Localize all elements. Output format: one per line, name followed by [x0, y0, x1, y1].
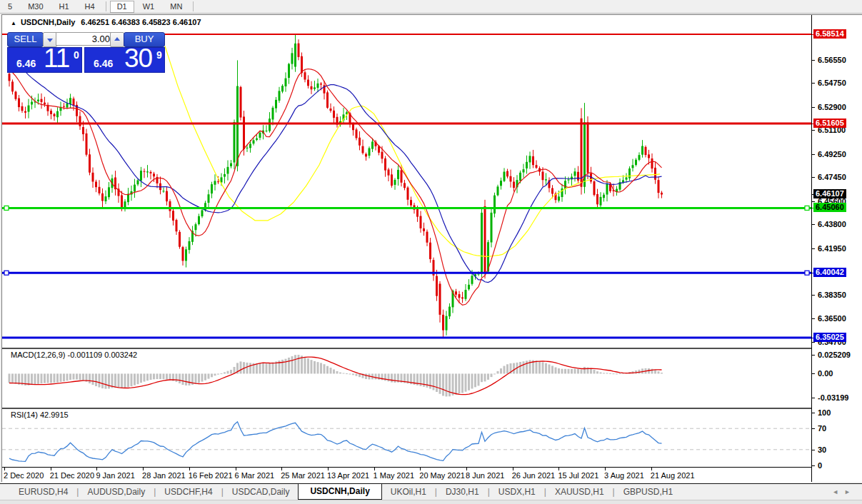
sell-button[interactable]: SELL: [7, 32, 44, 47]
chart-tab-audusd-daily[interactable]: AUDUSD,Daily: [79, 485, 154, 499]
macd-tick: [812, 373, 815, 374]
collapse-panel-icon[interactable]: ▲: [11, 20, 16, 26]
timeframe-button-d1[interactable]: D1: [110, 1, 134, 13]
price-tick-label: 6.54750: [818, 79, 846, 87]
price-tick: [812, 224, 815, 225]
date-tick: [466, 468, 467, 470]
price-tick: [812, 130, 815, 131]
tab-scroll-left-icon[interactable]: ◄: [832, 488, 844, 495]
price-tick-label: 6.36500: [818, 314, 846, 323]
date-label: 26 Jun 2021: [512, 471, 556, 480]
ask-price-point: 9: [156, 49, 162, 61]
rsi-label: RSI(14) 42.9915: [11, 410, 69, 419]
rsi-axis-label: 100: [818, 408, 831, 417]
timeframe-button-h4[interactable]: H4: [78, 1, 102, 13]
price-tick-label: 6.41950: [818, 244, 846, 253]
price-tick-label: 6.38350: [818, 291, 846, 299]
date-tick: [4, 468, 5, 470]
date-tick: [605, 468, 606, 470]
date-label: 2 Dec 2020: [4, 471, 44, 480]
macd-tick: [812, 398, 815, 398]
chart-tab-usdcad-daily[interactable]: USDCAD,Daily: [224, 485, 299, 499]
price-tick-label: 6.49250: [818, 150, 846, 158]
rsi-tick: [812, 450, 815, 450]
bid-price-box[interactable]: 6.46 11 0: [7, 47, 82, 73]
macd-label: MACD(12,26,9) -0.001109 0.003242: [11, 351, 137, 359]
macd-tick: [812, 355, 815, 356]
chart-tab-bar: EURUSD,H4|AUDUSD,Daily|USDCHF,H4|USDCAD,…: [0, 483, 862, 500]
price-tick: [812, 248, 815, 249]
timeframe-button-m30[interactable]: M30: [21, 1, 50, 13]
price-tick: [812, 295, 815, 296]
rsi-tick: [812, 465, 815, 466]
date-label: 9 Jan 2021: [96, 471, 134, 480]
chart-tab-eurusd-h4[interactable]: EURUSD,H4: [10, 485, 76, 499]
timeframe-button-mn[interactable]: MN: [163, 1, 189, 13]
trading-terminal: 5M30H1H4D1W1MN ▲USDCNH,Daily6.46251 6.46…: [0, 0, 862, 504]
bid-price-prefix: 6.46: [16, 58, 36, 69]
rsi-panel[interactable]: [2, 409, 811, 467]
arrow-up-icon: [114, 37, 120, 41]
timeframe-button-w1[interactable]: W1: [136, 1, 162, 13]
chart-title-row: ▲USDCNH,Daily6.46251 6.46383 6.45823 6.4…: [11, 18, 201, 26]
date-tick: [513, 468, 513, 470]
price-tick: [812, 83, 815, 84]
date-label: 6 Mar 2021: [235, 471, 275, 480]
chart-ohlc-values: 6.46251 6.46383 6.45823 6.46107: [81, 18, 201, 26]
timeframe-button-h1[interactable]: H1: [52, 1, 76, 13]
ask-price-box[interactable]: 6.46 30 9: [84, 47, 165, 73]
one-click-trade-panel: SELL 3.00 BUY 6.46 11 0 6.46 30 9: [7, 32, 165, 71]
rsi-axis-label: 70: [818, 424, 826, 433]
chart-tab-ukoil-h1[interactable]: UKOil,H1: [382, 485, 435, 499]
tab-scroll-right-icon[interactable]: ►: [844, 488, 856, 495]
date-axis: 2 Dec 202021 Dec 20209 Jan 202128 Jan 20…: [2, 467, 811, 483]
macd-axis-label: -0.03199: [818, 393, 848, 402]
price-tick: [812, 342, 815, 343]
price-tick: [812, 318, 815, 319]
rsi-tick: [812, 413, 815, 413]
arrow-down-icon: [47, 39, 53, 42]
date-tick: [96, 468, 97, 470]
rsi-axis-label: 30: [818, 445, 826, 454]
date-tick: [374, 468, 375, 470]
date-tick: [651, 468, 652, 470]
date-label: 1 May 2021: [374, 471, 414, 480]
price-badge: 6.58514: [813, 29, 846, 39]
date-label: 28 Jan 2021: [142, 471, 186, 480]
price-tick-label: 6.47450: [818, 173, 846, 181]
price-tick: [812, 201, 815, 202]
chart-tab-usdcnh-daily[interactable]: USDCNH,Daily: [298, 484, 381, 500]
chart-window: ▲USDCNH,Daily6.46251 6.46383 6.45823 6.4…: [1, 14, 862, 482]
price-tick-label: 6.56550: [818, 56, 846, 64]
chart-tab-usdx-h1[interactable]: USDX,H1: [490, 485, 544, 499]
timeframe-toolbar: 5M30H1H4D1W1MN: [0, 0, 862, 14]
chart-tab-gbpusd-h1[interactable]: GBPUSD,H1: [615, 485, 681, 499]
price-axis[interactable]: 6.565506.547506.529006.511006.492506.474…: [812, 15, 862, 482]
volume-increase-button[interactable]: [110, 32, 124, 47]
toolbar-separator: [193, 1, 194, 11]
date-label: 20 May 2021: [419, 471, 465, 480]
date-label: 3 Aug 2021: [604, 471, 644, 480]
date-tick: [328, 468, 329, 470]
price-tick: [812, 60, 815, 61]
date-label: 25 Mar 2021: [281, 471, 325, 480]
chart-tab-dj30-h1[interactable]: DJ30,H1: [437, 485, 488, 499]
ask-price-prefix: 6.46: [94, 58, 113, 69]
date-tick: [558, 468, 559, 470]
date-label: 21 Dec 2020: [50, 471, 94, 480]
ask-price-pips: 30: [124, 44, 152, 74]
date-label: 21 Aug 2021: [651, 471, 695, 480]
timeframe-button-5[interactable]: 5: [1, 1, 19, 13]
price-tick: [812, 107, 815, 108]
chart-tab-usdchf-h4[interactable]: USDCHF,H4: [156, 485, 221, 499]
price-badge: 6.40042: [813, 268, 846, 277]
date-tick: [143, 468, 144, 470]
chart-tab-xauusd-h1[interactable]: XAUUSD,H1: [546, 485, 613, 499]
price-badge: 6.46107: [813, 189, 846, 198]
rsi-tick: [812, 428, 815, 429]
date-label: 8 Jun 2021: [466, 471, 504, 480]
status-strip: [0, 500, 862, 504]
date-tick: [51, 468, 51, 470]
price-tick: [812, 154, 815, 155]
rsi-axis-label: 0: [818, 461, 822, 470]
